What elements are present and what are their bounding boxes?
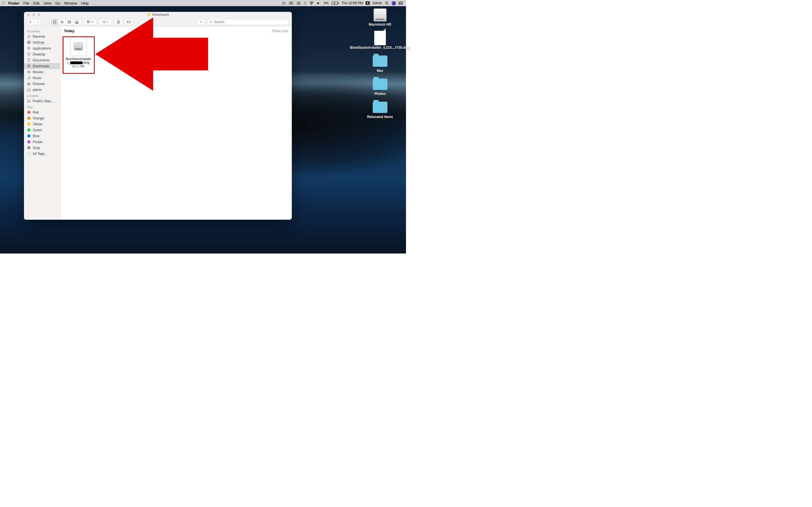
sidebar-item-music[interactable]: Music	[24, 75, 60, 81]
menu-go[interactable]: Go	[55, 1, 60, 5]
sidebar-item-desktop[interactable]: Desktop	[24, 51, 60, 57]
sidebar-item-label: Red	[33, 110, 39, 114]
sidebar-section-favourites: Favourites	[24, 28, 60, 34]
menu-help[interactable]: Help	[81, 1, 89, 5]
window-title: Downloads	[152, 13, 169, 17]
volume-icon[interactable]	[317, 1, 321, 5]
bluetooth-icon[interactable]	[304, 1, 306, 5]
sidebar-item-label: Purple	[33, 140, 43, 144]
folder-icon	[373, 55, 388, 67]
column-view-button[interactable]	[66, 19, 73, 25]
minimize-window-button[interactable]	[32, 13, 35, 16]
desktop-item-macintosh-hd[interactable]: Macintosh HD	[357, 8, 403, 26]
sidebar-item-label: Yellow	[33, 122, 42, 126]
desktop:  Finder File Edit View Go Window Help 5…	[0, 0, 406, 253]
menu-edit[interactable]: Edit	[33, 1, 40, 5]
battery-icon[interactable]	[332, 1, 339, 5]
window-controls	[27, 12, 41, 17]
user-name[interactable]: Admin	[372, 1, 382, 5]
svg-marker-38	[95, 17, 208, 91]
search-input[interactable]	[214, 20, 287, 24]
spotlight-icon[interactable]	[385, 1, 389, 5]
sidebar-tag-blue[interactable]: Blue	[24, 133, 60, 139]
wifi-alt-icon[interactable]	[282, 1, 286, 5]
svg-rect-16	[75, 23, 77, 23]
app-name[interactable]: Finder	[8, 1, 19, 5]
group-by-button[interactable]	[84, 19, 97, 25]
desktop-item-mac[interactable]: Mac	[357, 55, 403, 73]
svg-rect-5	[338, 2, 338, 4]
folder-icon	[373, 102, 388, 113]
finder-sidebar: Favourites Recents AirDrop Applications …	[24, 26, 61, 220]
clock[interactable]: Thu 10:59 PM	[342, 1, 363, 5]
tag-dot-icon	[27, 110, 31, 114]
sidebar-item-label: Pratik's Mac...	[33, 99, 54, 103]
applications-icon	[27, 46, 31, 50]
desktop-item-label: Mac	[377, 69, 383, 73]
icon-view-button[interactable]	[51, 19, 58, 25]
sidebar-item-all-tags[interactable]: All Tags...	[24, 151, 60, 157]
svg-point-1	[291, 2, 293, 4]
sidebar-item-label: Movies	[33, 70, 43, 74]
apple-menu-icon[interactable]: 	[3, 1, 4, 5]
sidebar-tag-red[interactable]: Red	[24, 109, 60, 115]
svg-rect-15	[75, 20, 78, 22]
list-view-button[interactable]	[58, 19, 66, 25]
back-button[interactable]	[27, 19, 34, 25]
menu-window[interactable]: Window	[64, 1, 77, 5]
show-less-button[interactable]: Show Less	[272, 29, 289, 33]
menubar:  Finder File Edit View Go Window Help 5…	[0, 0, 406, 6]
wifi-icon[interactable]	[309, 1, 314, 5]
gallery-view-button[interactable]	[73, 19, 80, 25]
zoom-window-button[interactable]	[38, 13, 41, 16]
sidebar-item-label: admin	[33, 88, 42, 92]
svg-point-7	[399, 2, 399, 2]
sidebar-tag-orange[interactable]: Orange	[24, 115, 60, 121]
sidebar-tag-gray[interactable]: Gray	[24, 145, 60, 151]
svg-rect-22	[89, 22, 89, 23]
sidebar-item-airdrop[interactable]: AirDrop	[24, 40, 60, 45]
sidebar-item-downloads[interactable]: Downloads	[24, 63, 60, 69]
sidebar-tag-yellow[interactable]: Yellow	[24, 121, 60, 127]
admin-badge[interactable]: A	[366, 1, 370, 5]
sidebar-item-label: Green	[33, 128, 42, 132]
annotation-arrow-icon	[95, 17, 211, 91]
svg-rect-19	[87, 20, 88, 21]
sidebar-item-movies[interactable]: Movies	[24, 69, 60, 75]
computer-icon	[27, 99, 31, 103]
sidebar-section-tags: Tags	[24, 104, 60, 109]
desktop-icon	[27, 52, 31, 56]
sidebar-item-label: Downloads	[33, 64, 49, 68]
svg-point-8	[399, 3, 399, 3]
sidebar-item-label: AirDrop	[33, 41, 44, 45]
sidebar-tag-purple[interactable]: Purple	[24, 139, 60, 145]
desktop-item-relocated[interactable]: Relocated Items	[357, 101, 403, 119]
svg-rect-20	[89, 20, 89, 21]
menu-file[interactable]: File	[23, 1, 29, 5]
svg-point-33	[28, 78, 29, 79]
svg-rect-12	[53, 22, 54, 23]
siri-icon[interactable]	[392, 1, 396, 5]
folder-icon	[373, 78, 388, 90]
all-tags-icon	[27, 152, 31, 156]
sidebar-item-remote-mac[interactable]: Pratik's Mac...	[24, 98, 60, 104]
menu-view[interactable]: View	[43, 1, 51, 5]
creative-cloud-icon[interactable]	[289, 1, 294, 5]
sidebar-item-applications[interactable]: Applications	[24, 45, 60, 51]
desktop-item-bluestacks-dmg[interactable]: BlueStacksInstaller_4.210....f735.dmg	[357, 32, 403, 50]
sidebar-item-admin[interactable]: admin	[24, 87, 60, 93]
search-field[interactable]	[207, 19, 289, 25]
sidebar-item-documents[interactable]: Documents	[24, 57, 60, 63]
svg-point-3	[311, 4, 312, 5]
time-machine-icon[interactable]	[297, 1, 301, 5]
sidebar-item-recents[interactable]: Recents	[24, 34, 60, 40]
recents-icon	[27, 34, 31, 39]
forward-button[interactable]	[34, 19, 41, 25]
notification-center-icon[interactable]	[399, 1, 403, 5]
sidebar-item-pictures[interactable]: Pictures	[24, 81, 60, 87]
svg-rect-14	[68, 20, 70, 23]
desktop-item-photos[interactable]: Photos	[357, 78, 403, 96]
sidebar-item-label: Gray	[33, 146, 40, 150]
sidebar-tag-green[interactable]: Green	[24, 127, 60, 133]
close-window-button[interactable]	[27, 13, 30, 16]
